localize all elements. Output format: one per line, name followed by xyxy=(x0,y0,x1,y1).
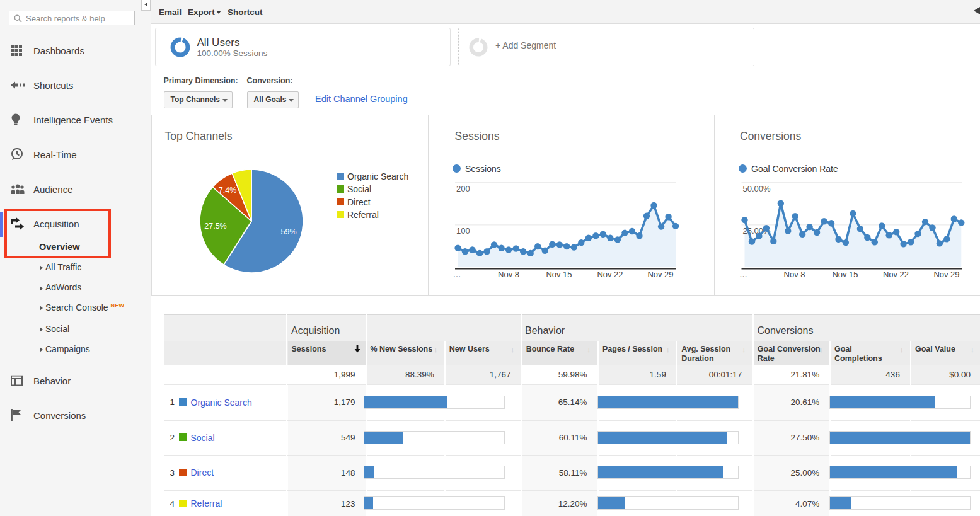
svg-text:200: 200 xyxy=(456,184,470,193)
svg-text:Nov 22: Nov 22 xyxy=(597,270,623,279)
svg-text:…: … xyxy=(739,270,747,279)
svg-text:50.00%: 50.00% xyxy=(742,184,771,193)
svg-text:Nov 15: Nov 15 xyxy=(832,270,858,279)
svg-text:7.4%: 7.4% xyxy=(219,186,237,195)
svg-text:…: … xyxy=(453,270,461,279)
svg-text:Nov 22: Nov 22 xyxy=(882,270,908,279)
svg-text:27.5%: 27.5% xyxy=(204,222,226,231)
svg-text:100: 100 xyxy=(456,226,470,236)
svg-text:Nov 8: Nov 8 xyxy=(783,270,805,279)
svg-text:Nov 15: Nov 15 xyxy=(546,270,572,279)
svg-text:59%: 59% xyxy=(280,227,296,236)
svg-text:Nov 29: Nov 29 xyxy=(933,270,959,279)
svg-text:Nov 29: Nov 29 xyxy=(647,270,673,279)
svg-text:Nov 8: Nov 8 xyxy=(498,270,519,279)
